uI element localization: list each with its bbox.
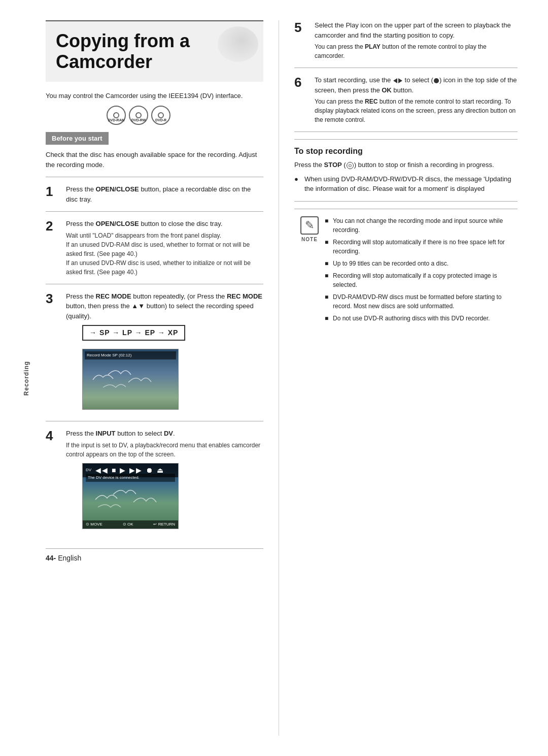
dvd-rw-label: DVD-RW bbox=[131, 118, 146, 122]
note-text-4: Recording will stop automatically if a c… bbox=[333, 271, 518, 289]
note-bullet-1: ■ bbox=[325, 216, 333, 235]
step-4-number: 4 bbox=[46, 429, 62, 443]
step-4-bold1: INPUT bbox=[96, 430, 116, 437]
before-start-text: Check that the disc has enough available… bbox=[46, 150, 263, 170]
stop-recording-title: To stop recording bbox=[294, 139, 518, 156]
note-bullet-2: ■ bbox=[325, 238, 333, 256]
title-section: Copying from a Camcorder bbox=[46, 20, 263, 82]
stop-bullet-1: ● When using DVD-RAM/DVD-RW/DVD-R discs,… bbox=[294, 174, 518, 194]
note-item-1: ■ You can not change the recording mode … bbox=[325, 216, 518, 235]
step-5-subtext: You can press the PLAY button of the rem… bbox=[315, 42, 518, 60]
step-6-ok-bold: OK bbox=[382, 86, 392, 94]
step-1-content: Press the OPEN/CLOSE button, place a rec… bbox=[66, 184, 263, 204]
birds-svg-2 bbox=[88, 482, 174, 517]
dvd-ram-icon: DVD-RAM bbox=[107, 106, 126, 125]
dv-return-label: ↩ RETURN bbox=[153, 521, 175, 528]
note-box: ✎ NOTE ■ You can not change the recordin… bbox=[294, 209, 518, 326]
triangle-right-icon bbox=[398, 78, 402, 83]
note-bullet-6: ■ bbox=[325, 314, 333, 323]
step-3: 3 Press the REC MODE button repeatedly, … bbox=[46, 291, 263, 414]
step-1-number: 1 bbox=[46, 184, 62, 199]
step-3-bold1: REC MODE bbox=[96, 292, 131, 300]
right-step-6: 6 To start recording, use the to select … bbox=[294, 75, 518, 124]
divider-r3 bbox=[294, 201, 518, 202]
note-text-3: Up to 99 titles can be recorded onto a d… bbox=[333, 259, 449, 268]
step-5-number: 5 bbox=[294, 20, 311, 35]
screenshot-dv: DV ◀◀ ■ ▶ ▶▶ ⏺ ⏏ The DV device is connec… bbox=[82, 463, 179, 529]
note-text-2: Recording will stop automatically if the… bbox=[333, 238, 518, 256]
note-item-4: ■ Recording will stop automatically if a… bbox=[325, 271, 518, 289]
sidebar-label: Recording bbox=[23, 360, 30, 395]
dvd-rw-icon: DVD-RW bbox=[129, 106, 148, 125]
note-icon-area: ✎ NOTE bbox=[294, 216, 325, 326]
note-item-2: ■ Recording will stop automatically if t… bbox=[325, 238, 518, 256]
step-2-content: Press the OPEN/CLOSE button to close the… bbox=[66, 219, 263, 277]
right-column: 5 Select the Play icon on the upper part… bbox=[279, 20, 518, 736]
dv-move-label: ⊙ MOVE bbox=[86, 521, 102, 528]
intro-text: You may control the Camcorder using the … bbox=[46, 91, 263, 101]
step-6-subtext: You can press the REC button of the remo… bbox=[315, 97, 518, 124]
step-4-content: Press the INPUT button to select DV. If … bbox=[66, 429, 263, 533]
step-4-subtext: If the input is set to DV, a playback/re… bbox=[66, 441, 263, 459]
dv-connected-label: The DV device is connected. bbox=[86, 474, 175, 482]
content-area: Copying from a Camcorder You may control… bbox=[46, 20, 518, 736]
divider-2 bbox=[46, 211, 263, 212]
note-bullet-3: ■ bbox=[325, 259, 333, 268]
stop-recording-text: Press the STOP (⊙) button to stop or fin… bbox=[294, 160, 518, 170]
dvd-r-icon: DVD-R bbox=[151, 106, 170, 125]
note-bullet-4: ■ bbox=[325, 271, 333, 289]
step-2-number: 2 bbox=[46, 219, 62, 234]
note-content: ■ You can not change the recording mode … bbox=[325, 216, 518, 326]
divider-r2 bbox=[294, 132, 518, 132]
stop-bold: STOP bbox=[324, 161, 342, 169]
bullet-dot-1: ● bbox=[294, 174, 302, 194]
screenshot-birds-1: Record Mode SP (02:12) bbox=[82, 349, 179, 410]
note-item-5: ■ DVD-RAM/DVD-RW discs must be formatted… bbox=[325, 292, 518, 311]
note-icon: ✎ bbox=[300, 216, 319, 235]
note-item-6: ■ Do not use DVD-R authoring discs with … bbox=[325, 314, 518, 323]
right-step-5: 5 Select the Play icon on the upper part… bbox=[294, 20, 518, 60]
sp-arrow-label: → SP → LP → EP → XP bbox=[82, 325, 185, 341]
disc-icons-row: DVD-RAM DVD-RW DVD-R bbox=[107, 106, 263, 125]
step-6-number: 6 bbox=[294, 75, 311, 90]
note-bullet-5: ■ bbox=[325, 292, 333, 311]
birds-svg-1 bbox=[88, 359, 174, 400]
dvd-r-label: DVD-R bbox=[155, 118, 166, 122]
note-text-6: Do not use DVD-R authoring discs with th… bbox=[333, 314, 490, 323]
step-3-number: 3 bbox=[46, 291, 62, 306]
step-4: 4 Press the INPUT button to select DV. I… bbox=[46, 429, 263, 533]
step-2-bold: OPEN/CLOSE bbox=[96, 220, 139, 227]
step-4-bold2: DV bbox=[164, 430, 173, 437]
page-footer: 44- English bbox=[46, 548, 263, 562]
note-text-1: You can not change the recording mode an… bbox=[333, 216, 518, 235]
filled-circle-icon bbox=[434, 78, 439, 83]
step-1-bold: OPEN/CLOSE bbox=[96, 185, 139, 193]
step-5-content: Select the Play icon on the upper part o… bbox=[315, 20, 518, 60]
step-5-play-bold: PLAY bbox=[365, 43, 381, 50]
step-2-subtext: Wait until "LOAD" disappears from the fr… bbox=[66, 231, 263, 277]
divider-4 bbox=[46, 421, 263, 421]
left-column: Copying from a Camcorder You may control… bbox=[46, 20, 279, 736]
step-3-bold2: REC MODE bbox=[227, 292, 262, 300]
note-text-5: DVD-RAM/DVD-RW discs must be formatted b… bbox=[333, 292, 518, 311]
before-start-heading: Before you start bbox=[46, 132, 109, 145]
step-6-rec-bold: REC bbox=[365, 98, 378, 105]
triangle-left-icon bbox=[393, 78, 397, 83]
divider-3 bbox=[46, 284, 263, 284]
divider-r1 bbox=[294, 68, 518, 68]
step-6-content: To start recording, use the to select ()… bbox=[315, 75, 518, 124]
screenshot-overlay-1: Record Mode SP (02:12) bbox=[85, 351, 176, 359]
title-background-image bbox=[218, 26, 258, 62]
stop-circle-icon: ⊙ bbox=[347, 162, 354, 169]
dv-ok-label: ⊙ OK bbox=[123, 521, 133, 528]
page: Recording Copying from a Camcorder You m… bbox=[0, 0, 548, 756]
note-label: NOTE bbox=[301, 237, 318, 242]
divider-1 bbox=[46, 177, 263, 177]
language-label: English bbox=[58, 554, 81, 562]
step-3-content: Press the REC MODE button repeatedly, (o… bbox=[66, 291, 263, 414]
page-number: 44- bbox=[46, 554, 56, 562]
step-2: 2 Press the OPEN/CLOSE button to close t… bbox=[46, 219, 263, 277]
dv-bottom-bar: ⊙ MOVE ⊙ OK ↩ RETURN bbox=[83, 520, 178, 529]
step-1: 1 Press the OPEN/CLOSE button, place a r… bbox=[46, 184, 263, 204]
dv-label: DV bbox=[86, 467, 91, 473]
